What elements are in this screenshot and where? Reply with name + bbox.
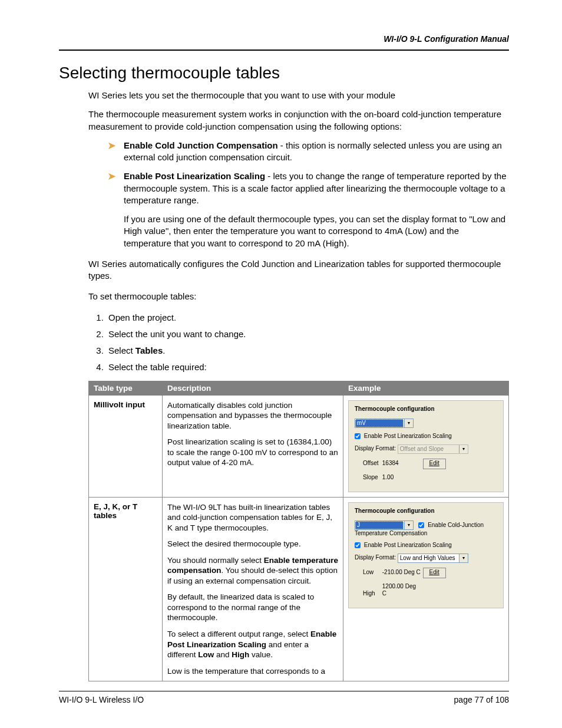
example-panel-ejkt: Thermocouple configuration J ▾ Enable Co… [348, 502, 504, 608]
th-example: Example [343, 381, 509, 395]
high-label: High [363, 590, 381, 597]
header-rule [59, 50, 509, 51]
bullet-post-linearization-p2: If you are using one of the default ther… [124, 213, 509, 249]
footer-right: page 77 of 108 [454, 695, 509, 704]
after-p1: WI Series automatically configures the C… [88, 258, 509, 282]
bullet-post-linearization-bold: Enable Post Linearization Scaling [124, 171, 265, 181]
bullet-post-linearization: ➤ Enable Post Linearization Scaling - le… [88, 170, 509, 249]
offset-value: 16384 [382, 460, 421, 467]
cell-example-mv: Thermocouple configuration mV ▾ Enable P… [343, 395, 509, 497]
enable-post-linearization-checkbox[interactable] [355, 542, 361, 548]
cell-type-mv: Millivolt input [89, 395, 163, 497]
steps-list: Open the project. Select the unit you wa… [88, 312, 509, 374]
chevron-down-icon: ▾ [404, 419, 413, 427]
arrow-icon: ➤ [107, 140, 116, 151]
page-footer: WI-I/O 9-L Wireless I/O page 77 of 108 [59, 691, 509, 704]
step-4: Select the table required: [106, 361, 509, 373]
chevron-down-icon: ▾ [404, 521, 413, 529]
edit-button[interactable]: Edit [423, 459, 446, 469]
example-ejkt-title: Thermocouple configuration [355, 508, 497, 515]
step-2: Select the unit you want to change. [106, 328, 509, 340]
cell-desc-ejkt: The WI-I/O 9LT has built-in linearizatio… [163, 497, 343, 681]
display-format-combo[interactable]: Low and High Values ▾ [398, 554, 468, 563]
thermocouple-type-combo[interactable]: mV ▾ [355, 419, 414, 428]
th-table-type: Table type [89, 381, 163, 395]
intro-p2: The thermocouple measurement system work… [88, 108, 509, 133]
step-1: Open the project. [106, 312, 509, 324]
section-title: Selecting thermocouple tables [59, 64, 509, 83]
cell-desc-mv: Automatically disables cold junction com… [163, 395, 343, 497]
example-panel-mv: Thermocouple configuration mV ▾ Enable P… [348, 400, 504, 492]
display-format-label: Display Format: [355, 554, 396, 561]
arrow-icon: ➤ [107, 171, 116, 182]
th-description: Description [163, 381, 343, 395]
low-label: Low [363, 569, 381, 576]
enable-post-linearization-label: Enable Post Linearization Scaling [364, 433, 452, 439]
offset-label: Offset [363, 460, 381, 467]
enable-cold-junction-checkbox[interactable] [418, 522, 424, 528]
cell-type-ejkt: E, J, K, or T tables [89, 497, 163, 681]
bullet-cold-junction-bold: Enable Cold Junction Compensation [124, 140, 278, 150]
intro-p1: WI Series lets you set the thermocouple … [88, 90, 509, 101]
low-value: -210.00 Deg C [382, 569, 421, 576]
enable-post-linearization-checkbox[interactable] [355, 433, 361, 439]
slope-label: Slope [363, 474, 381, 481]
after-p2: To set thermocouple tables: [88, 291, 509, 302]
slope-value: 1.00 [382, 474, 421, 481]
high-value: 1200.00 Deg C [382, 583, 421, 597]
cell-example-ejkt: Thermocouple configuration J ▾ Enable Co… [343, 497, 509, 681]
example-mv-title: Thermocouple configuration [355, 406, 497, 413]
thermocouple-type-combo[interactable]: J ▾ [355, 521, 414, 530]
chevron-down-icon: ▾ [459, 554, 468, 562]
display-format-combo[interactable]: Offset and Slope ▾ [398, 444, 468, 454]
display-format-label: Display Format: [355, 445, 396, 452]
step-3: Select Tables. [106, 345, 509, 357]
chevron-down-icon: ▾ [459, 445, 468, 453]
running-header: WI-I/O 9-L Configuration Manual [59, 34, 509, 44]
bullet-cold-junction: ➤ Enable Cold Junction Compensation - th… [88, 140, 509, 164]
enable-post-linearization-label: Enable Post Linearization Scaling [364, 542, 452, 548]
table-row: E, J, K, or T tables The WI-I/O 9LT has … [89, 497, 509, 681]
footer-left: WI-I/O 9-L Wireless I/O [59, 695, 144, 704]
table-row: Millivolt input Automatically disables c… [89, 395, 509, 497]
thermocouple-table: Table type Description Example Millivolt… [88, 381, 509, 682]
edit-button[interactable]: Edit [423, 568, 446, 578]
